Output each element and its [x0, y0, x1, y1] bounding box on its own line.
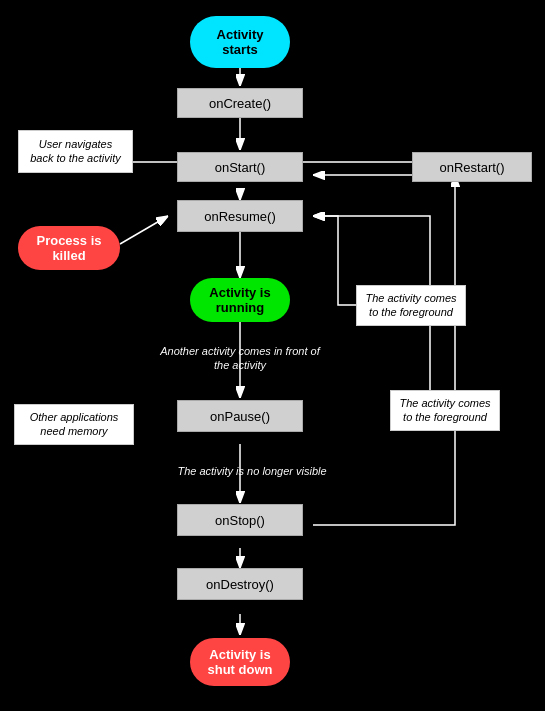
onstart-node: onStart() [177, 152, 303, 182]
activity-shutdown-node: Activity is shut down [190, 638, 290, 686]
activity-starts-node: Activity starts [190, 16, 290, 68]
activity-running-label: Activity is running [206, 285, 274, 315]
no-longer-visible-label: The activity is no longer visible [152, 464, 352, 478]
oncreate-label: onCreate() [209, 96, 271, 111]
onrestart-node: onRestart() [412, 152, 532, 182]
onresume-label: onResume() [204, 209, 276, 224]
comes-foreground2-text: The activity comes to the foreground [398, 396, 492, 425]
oncreate-node: onCreate() [177, 88, 303, 118]
comes-foreground1-text: The activity comes to the foreground [364, 291, 458, 320]
comes-foreground2-label: The activity comes to the foreground [390, 390, 500, 431]
user-navigates-text: User navigates back to the activity [27, 137, 124, 166]
onresume-node: onResume() [177, 200, 303, 232]
user-navigates-label: User navigates back to the activity [18, 130, 133, 173]
ondestroy-node: onDestroy() [177, 568, 303, 600]
activity-starts-label: Activity starts [206, 27, 274, 57]
onstop-label: onStop() [215, 513, 265, 528]
activity-shutdown-label: Activity is shut down [206, 647, 274, 677]
activity-lifecycle-diagram: Activity starts onCreate() onStart() onR… [0, 0, 545, 711]
onstop-node: onStop() [177, 504, 303, 536]
process-killed-node: Process is killed [18, 226, 120, 270]
another-activity-label: Another activity comes in front of the a… [160, 344, 320, 373]
onpause-label: onPause() [210, 409, 270, 424]
svg-line-10 [120, 216, 168, 244]
activity-running-node: Activity is running [190, 278, 290, 322]
onrestart-label: onRestart() [439, 160, 504, 175]
ondestroy-label: onDestroy() [206, 577, 274, 592]
other-apps-text: Other applications need memory [22, 410, 126, 439]
no-longer-visible-text: The activity is no longer visible [177, 464, 326, 478]
onpause-node: onPause() [177, 400, 303, 432]
another-activity-text: Another activity comes in front of the a… [160, 344, 320, 373]
other-apps-label: Other applications need memory [14, 404, 134, 445]
onstart-label: onStart() [215, 160, 266, 175]
comes-foreground1-label: The activity comes to the foreground [356, 285, 466, 326]
process-killed-label: Process is killed [34, 233, 104, 263]
